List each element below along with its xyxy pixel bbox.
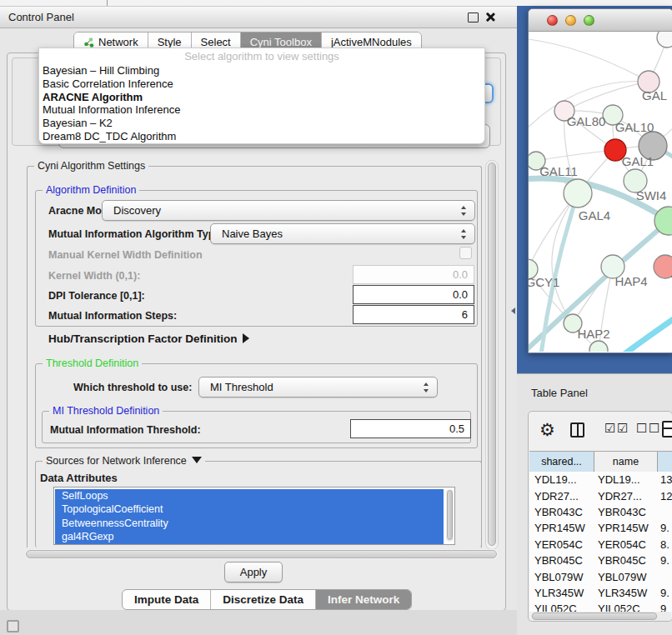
cell: YER054C [594,538,658,551]
cell: 9 [658,602,672,612]
algorithm-dropdown-hint: Select algorithm to view settings [39,48,484,64]
list-item[interactable]: SelfLoops [55,489,444,502]
svg-text:GAL80: GAL80 [567,114,606,128]
algorithm-option-bayesian-hill-climbing[interactable]: Bayesian – Hill Climbing [39,64,484,78]
stepper-icon [424,382,429,392]
gear-icon[interactable]: ⚙ [539,418,555,442]
cell: YBR045C [529,554,594,567]
tab-infer-network[interactable]: Infer Network [316,590,411,609]
kernel-width-label: Kernel Width (0,1): [48,270,140,282]
cell: YDL19... [529,473,594,486]
column-header-shared-name[interactable]: shared... [529,452,594,472]
cell: 12 [658,490,672,502]
cell: YLR345W [529,587,594,599]
aracne-mode-combo[interactable]: Discovery [102,200,475,221]
table-header-row: shared... name [529,451,672,472]
algorithm-option-mutual-information[interactable]: Mutual Information Inference [39,103,484,117]
table-panel-area: Table Panel ⚙ ☑ ☑ ☐ ☐ shared... name YDL… [517,373,672,635]
column-header-name[interactable]: name [594,452,658,472]
network-view-window[interactable]: GALGAL80GAL10GAL1GAL11SWI4GAL4GCY1HAP4YH… [528,8,672,353]
cell: YIL052C [529,602,594,612]
table-row[interactable]: YDR27...YDR27...12 [529,488,672,503]
columns-icon[interactable] [570,422,584,438]
mi-type-combo[interactable]: Naive Bayes [210,223,475,244]
float-window-icon[interactable] [468,12,479,22]
tab-impute-data[interactable]: Impute Data [123,590,211,609]
zoom-traffic-light-icon[interactable] [584,15,594,26]
mi-threshold-value: 0.5 [449,422,464,435]
mi-type-label: Mutual Information Algorithm Type: [48,228,223,240]
select-all-checkbox-icon-2[interactable]: ☑ [617,421,628,436]
data-attributes-label: Data Attributes [40,472,118,484]
settings-vertical-scrollbar[interactable] [485,160,499,550]
sources-group-title[interactable]: Sources for Network Inference [43,455,205,467]
deselect-all-checkbox-icon[interactable]: ☐ [636,421,647,436]
algorithm-option-dream8[interactable]: Dream8 DC_TDC Algorithm [39,130,484,143]
svg-text:HAP4: HAP4 [614,274,647,288]
table-row[interactable]: YBL079WYBL079W [529,568,672,584]
table-row[interactable]: YBR043CYBR043C [529,504,672,520]
hub-definition-toggle[interactable]: Hub/Transcription Factor Definition [48,332,249,345]
tab-select-label: Select [201,36,231,48]
split-pane-collapse-icon[interactable] [511,308,515,314]
mi-threshold-label: Mutual Information Threshold: [50,424,201,436]
close-icon[interactable] [484,12,495,22]
data-attributes-list[interactable]: SelfLoops TopologicalCoefficient Between… [53,487,455,545]
dpi-tolerance-label: DPI Tolerance [0,1]: [48,290,145,302]
table-row[interactable]: YBR045CYBR045C9. [529,552,672,568]
manual-kernel-checkbox[interactable] [459,247,472,259]
svg-text:GAL11: GAL11 [539,164,578,178]
network-canvas[interactable]: GALGAL80GAL10GAL1GAL11SWI4GAL4GCY1HAP4YH… [529,31,672,352]
algorithm-option-basic-correlation[interactable]: Basic Correlation Inference [39,78,484,91]
cell: YDR27... [594,490,658,502]
table-row[interactable]: YPR145WYPR145W9. [529,520,672,536]
network-window-titlebar[interactable] [529,9,672,32]
list-item[interactable]: TopologicalCoefficient [55,502,444,516]
list-item[interactable]: gal4RGexp [55,530,444,543]
algorithm-option-aracne[interactable]: ARACNE Algorithm [39,91,484,104]
minimize-traffic-light-icon[interactable] [565,15,576,26]
mi-threshold-field[interactable]: 0.5 [350,419,471,438]
mi-steps-field[interactable]: 6 [353,305,474,324]
select-all-checkbox-icon[interactable]: ☑ [604,421,615,436]
kernel-width-field[interactable]: 0.0 [353,265,474,284]
table-export-icon[interactable] [662,421,672,438]
apply-button[interactable]: Apply [224,562,283,582]
cell: YBL079W [594,571,658,583]
table-row[interactable]: YER054CYER054C8. [529,537,672,552]
mi-threshold-group-title: MI Threshold Definition [49,405,163,417]
cell: 8. [658,538,672,551]
tab-discretize-data[interactable]: Discretize Data [211,590,316,609]
mi-steps-value: 6 [462,308,468,321]
svg-text:GAL10: GAL10 [615,120,654,134]
sources-title-text: Sources for Network Inference [46,455,187,467]
dpi-tolerance-field[interactable]: 0.0 [353,285,474,304]
collapsed-arrow-icon [243,333,249,343]
cell: YBR045C [594,554,658,567]
settings-horizontal-scrollbar[interactable] [25,549,499,559]
svg-text:SWI4: SWI4 [636,188,667,202]
table-row[interactable]: YDL19...YDL19...13 [529,472,672,488]
svg-text:GCY1: GCY1 [529,275,559,289]
list-vertical-scrollbar[interactable] [446,489,454,542]
dock-panel-button[interactable] [7,620,19,632]
close-traffic-light-icon[interactable] [547,15,558,26]
mi-steps-label: Mutual Information Steps: [48,310,177,322]
svg-text:GAL: GAL [642,88,667,102]
list-item[interactable]: BetweennessCentrality [55,517,444,530]
tab-network-label: Network [98,36,138,48]
table-horizontal-scrollbar[interactable] [531,612,671,621]
cell: YPR145W [594,522,658,534]
which-threshold-combo[interactable]: MI Threshold [198,377,438,398]
deselect-all-checkbox-icon-2[interactable]: ☐ [649,421,659,436]
apply-button-label: Apply [240,566,268,578]
cell: YLR345W [594,587,658,599]
table-row[interactable]: YLR345WYLR345W9. [529,585,672,601]
column-header-cut[interactable] [658,452,672,472]
tab-infer-network-label: Infer Network [328,593,399,606]
algorithm-option-bayesian-k2[interactable]: Bayesian – K2 [39,117,484,130]
table-row[interactable]: YIL052CYIL052C9 [529,601,672,612]
top-window-edge [107,0,108,6]
cyni-bottom-tabbar: Impute Data Discretize Data Infer Networ… [122,589,412,610]
application-window: Control Panel Network Style Select Cyni … [0,0,672,635]
